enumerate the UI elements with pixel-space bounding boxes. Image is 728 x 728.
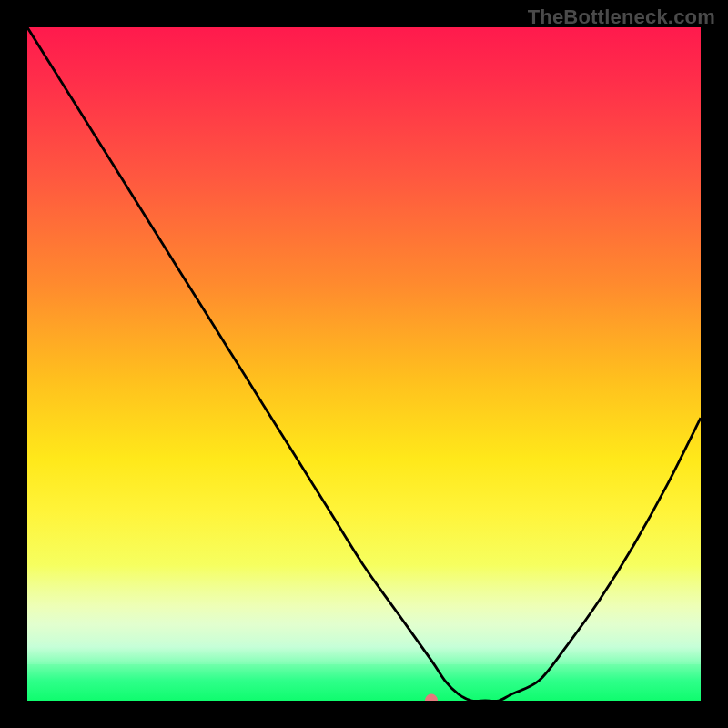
- chart-container: TheBottleneck.com: [0, 0, 728, 728]
- curve-layer: [27, 27, 701, 701]
- optimal-range-left-dot: [425, 694, 438, 701]
- watermark-text: TheBottleneck.com: [528, 5, 715, 29]
- bottleneck-curve: [27, 27, 701, 701]
- plot-area: [27, 27, 701, 701]
